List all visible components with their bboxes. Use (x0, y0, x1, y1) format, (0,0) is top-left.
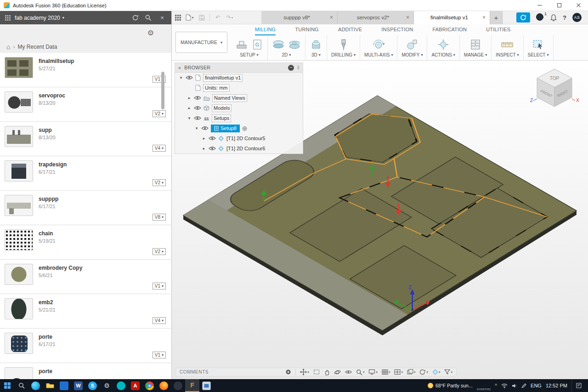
list-item[interactable]: emb25/21/21 V4▾ (0, 294, 171, 329)
zoom-icon[interactable]: ▾ (356, 369, 365, 375)
multi-axis-icon[interactable] (372, 38, 385, 51)
refresh-icon[interactable]: ▾ (419, 369, 428, 375)
viewport-canvas[interactable]: Z « BROWSER − ‖ ▾ (172, 61, 588, 379)
tab-milling[interactable]: MILLING (255, 24, 276, 35)
redo-button[interactable]: ↷▾ (224, 11, 236, 24)
tree-row-setups[interactable]: ▾ Setups (175, 113, 303, 123)
actions-icon[interactable] (437, 38, 450, 51)
document-tab[interactable]: supppp v8*× (261, 11, 338, 24)
save-button[interactable] (196, 11, 208, 24)
tab-turning[interactable]: TURNING (295, 24, 319, 35)
wifi-icon[interactable] (501, 383, 508, 388)
document-tab-active[interactable]: finalmillsetup v1× (414, 11, 490, 24)
tree-label[interactable]: Named Views (212, 94, 247, 102)
viewports-icon[interactable]: ▾ (394, 369, 403, 375)
expand-icon[interactable]: ▸ (187, 96, 192, 100)
action-center-button[interactable] (571, 379, 585, 392)
grid-icon[interactable]: ▾ (382, 369, 390, 375)
language-indicator[interactable]: ENG (531, 383, 542, 388)
weather-widget[interactable]: 68°F Partly sun... (428, 383, 473, 388)
orbit-icon[interactable] (334, 369, 341, 375)
orbit-center-icon[interactable] (285, 369, 291, 375)
tree-row-contour6[interactable]: ▸ [T1] 2D Contour6 (175, 143, 303, 153)
chevron-down-icon[interactable]: ▾ (354, 53, 356, 57)
tree-label[interactable]: [T1] 2D Contour6 (226, 146, 265, 151)
setup8-selected-node[interactable]: Setup8 (211, 125, 240, 132)
setup-icon[interactable] (235, 38, 248, 51)
tree-row-contour5[interactable]: ▸ [T1] 2D Contour5 (175, 133, 303, 143)
bell-icon[interactable] (550, 14, 557, 21)
expand-icon[interactable]: ▾ (194, 126, 199, 131)
drill-icon[interactable] (338, 38, 350, 51)
version-badge[interactable]: V2▾ (153, 248, 166, 255)
modify-icon[interactable] (406, 38, 418, 51)
visibility-eye-icon[interactable] (194, 106, 201, 110)
list-item[interactable]: supppp6/17/21 V8▾ (0, 191, 171, 225)
list-item[interactable]: trapdesign6/17/21 V2▾ (0, 156, 171, 191)
select-icon[interactable] (531, 38, 545, 51)
visibility-eye-icon[interactable] (201, 126, 209, 131)
tree-row-named-views[interactable]: ▸ Named Views (175, 93, 303, 103)
app-dark-circle[interactable] (171, 379, 185, 392)
chevron-down-icon[interactable]: ▾ (517, 53, 519, 57)
list-item[interactable]: finalmillsetup5/27/21 V1▾ (0, 53, 171, 87)
chevron-down-icon[interactable]: ▾ (257, 53, 259, 57)
panel-grip-icon[interactable]: ‖ (297, 65, 300, 70)
expand-icon[interactable]: ▾ (179, 75, 183, 80)
zoom-window-icon[interactable] (313, 369, 320, 375)
app-word[interactable]: W (71, 379, 85, 392)
app-teal-circle[interactable] (114, 379, 128, 392)
clock[interactable]: 12:52 PM (546, 383, 567, 388)
help-icon[interactable]: ? (563, 14, 566, 21)
version-badge[interactable]: V4▾ (153, 145, 166, 152)
close-button[interactable] (569, 0, 588, 11)
display-settings-icon[interactable]: ▾ (368, 369, 378, 375)
gear-icon[interactable]: ⚙ (147, 28, 154, 37)
tray-expand-icon[interactable]: ^ (495, 383, 497, 388)
workspace-selector[interactable]: MANUFACTURE▾ (175, 32, 227, 53)
comments-label[interactable]: COMMENTS (180, 369, 209, 375)
2d-pocket-icon[interactable] (272, 38, 285, 51)
2d-contour-icon[interactable] (288, 38, 301, 51)
file-menu-button[interactable]: ▾ (184, 11, 196, 24)
version-badge[interactable]: V2▾ (153, 179, 166, 186)
tab-utilities[interactable]: UTILITIES (486, 24, 510, 35)
chevron-down-icon[interactable]: ▾ (289, 53, 291, 57)
filter-icon[interactable]: ▾ (444, 369, 452, 375)
expand-icon[interactable]: ▸ (202, 136, 206, 141)
document-tab[interactable]: servoproc v2*× (338, 11, 414, 24)
ruler-icon[interactable] (500, 38, 514, 51)
look-at-icon[interactable] (345, 369, 352, 375)
new-tab-button[interactable]: + (490, 11, 503, 24)
minimize-button[interactable] (530, 0, 549, 11)
version-badge[interactable]: V8▾ (153, 214, 166, 221)
version-badge[interactable]: V1▾ (153, 352, 166, 358)
expand-icon[interactable]: ▸ (202, 146, 206, 151)
app-file-explorer[interactable] (43, 379, 57, 392)
app-fusion360-active[interactable]: F (185, 379, 199, 392)
chevron-down-icon[interactable]: ▾ (453, 53, 455, 57)
list-item[interactable]: porte6/17/21 V1▾ (0, 329, 171, 363)
display-settings-icon[interactable]: − (288, 65, 294, 71)
visibility-eye-icon[interactable] (194, 96, 201, 100)
app-skype[interactable]: S (85, 379, 100, 392)
pan-icon[interactable]: ▾ (300, 369, 309, 375)
list-item[interactable]: supp8/13/20 V4▾ (0, 122, 171, 156)
tree-row-models[interactable]: ▸ Models (175, 103, 303, 113)
collapse-panel-icon[interactable]: « (178, 65, 181, 70)
visibility-eye-icon[interactable] (194, 116, 201, 120)
tree-row-setup8[interactable]: ▾ Setup8 ◎ (175, 123, 303, 133)
app-settings[interactable]: ⚙ (100, 379, 114, 392)
search-icon[interactable] (145, 14, 154, 21)
app-grid-icon[interactable] (172, 11, 184, 24)
tool-library-icon[interactable] (469, 38, 482, 51)
tree-label[interactable]: finalmillsetup v1 (203, 74, 243, 82)
avatar[interactable]: AS (572, 13, 582, 22)
job-status-button[interactable] (516, 12, 530, 23)
app-blue-tile[interactable] (57, 379, 71, 392)
tree-row-root[interactable]: ▾ finalmillsetup v1 (175, 73, 303, 83)
list-item[interactable]: porte (0, 363, 171, 379)
refresh-icon[interactable] (132, 14, 141, 21)
grid-icon[interactable] (5, 15, 11, 21)
expand-icon[interactable]: ▸ (187, 106, 192, 110)
